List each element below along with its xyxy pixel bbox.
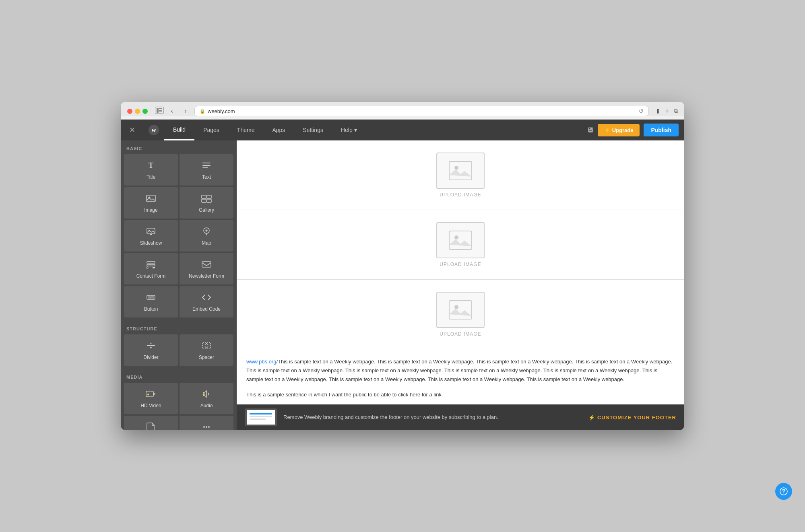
tab-settings[interactable]: Settings — [294, 120, 332, 140]
content-wrapper: UPLOAD IMAGE UPLOAD IMAGE — [237, 140, 684, 430]
svg-text:⚡: ⚡ — [147, 393, 150, 396]
footer-message: Remove Weebly branding and customize the… — [283, 413, 582, 421]
svg-rect-0 — [157, 108, 159, 113]
sidebar-item-contact-form[interactable]: Contact Form — [124, 253, 178, 285]
sidebar-section-media: MEDIA — [121, 369, 237, 383]
windows-icon[interactable]: ⧉ — [674, 107, 678, 115]
svg-rect-22 — [147, 262, 155, 263]
svg-point-40 — [454, 235, 458, 239]
svg-text:T: T — [149, 161, 153, 169]
pbs-link[interactable]: www.pbs.org — [246, 359, 276, 365]
upload-label-1: UPLOAD IMAGE — [440, 192, 481, 198]
svg-rect-23 — [147, 264, 155, 266]
sidebar-item-audio[interactable]: ⚡ Audio — [180, 383, 233, 414]
sidebar-item-more[interactable]: More — [180, 416, 233, 430]
browser-controls: ‹ › — [155, 107, 191, 115]
sidebar-item-button[interactable]: Button — [124, 286, 178, 318]
svg-rect-24 — [153, 267, 155, 268]
svg-point-42 — [454, 305, 458, 309]
browser-titlebar: ‹ › 🔒 weebly.com ↺ ⬆ + ⧉ — [127, 106, 678, 116]
sidebar-item-label: Embed Code — [192, 306, 221, 312]
sidebar-item-hd-video[interactable]: ⚡ HD Video — [124, 383, 178, 414]
svg-point-36 — [208, 426, 210, 428]
sidebar-item-label: Spacer — [199, 355, 214, 360]
svg-rect-45 — [250, 419, 266, 420]
tab-pages[interactable]: Pages — [194, 120, 228, 140]
sidebar-item-title[interactable]: T Title — [124, 154, 178, 186]
close-button[interactable] — [127, 109, 132, 114]
image-placeholder-1 — [436, 153, 485, 189]
sidebar-toggle-icon[interactable] — [155, 107, 164, 114]
svg-rect-13 — [207, 195, 211, 198]
sidebar-item-map[interactable]: Map — [180, 220, 233, 252]
tab-help[interactable]: Help ▾ — [332, 120, 366, 140]
svg-rect-12 — [202, 195, 206, 198]
upload-image-2[interactable]: UPLOAD IMAGE — [237, 210, 684, 280]
sidebar-item-label: Newsletter Form — [189, 273, 224, 279]
publish-button[interactable]: Publish — [644, 124, 679, 136]
sidebar-section-structure: STRUCTURE — [121, 321, 237, 334]
svg-point-20 — [206, 230, 208, 232]
svg-text:w: w — [151, 126, 156, 133]
media-grid: ⚡ HD Video ⚡ Audio — [121, 383, 237, 430]
tab-build[interactable]: Build — [164, 120, 194, 140]
sidebar-item-label: Image — [144, 207, 157, 213]
image-placeholder-3 — [436, 292, 485, 328]
forward-button[interactable]: › — [180, 107, 191, 115]
svg-point-38 — [454, 166, 458, 170]
sidebar-item-label: Text — [202, 174, 211, 180]
sidebar-item-label: Slideshow — [140, 240, 162, 246]
page-text-content: www.pbs.org/This is sample text on a Wee… — [237, 349, 684, 404]
structure-grid: Divider Spacer — [121, 334, 237, 369]
address-bar[interactable]: 🔒 weebly.com ↺ — [194, 106, 649, 116]
svg-rect-39 — [449, 231, 472, 250]
basic-grid: T Title Text — [121, 154, 237, 321]
svg-rect-7 — [202, 163, 211, 163]
svg-point-34 — [203, 426, 205, 428]
footer-preview-inner — [247, 410, 275, 425]
footer-preview-image — [245, 408, 277, 426]
sidebar-item-image[interactable]: Image — [124, 187, 178, 219]
back-button[interactable]: ‹ — [166, 107, 178, 115]
main-layout: BASIC T Title Text — [121, 140, 684, 430]
minimize-button[interactable] — [135, 109, 140, 114]
svg-rect-43 — [250, 413, 272, 414]
device-preview-icon[interactable]: 🖥 — [586, 126, 594, 134]
svg-rect-37 — [449, 161, 472, 180]
tab-theme[interactable]: Theme — [228, 120, 264, 140]
sidebar-item-gallery[interactable]: Gallery — [180, 187, 233, 219]
svg-rect-16 — [147, 228, 155, 234]
sidebar-item-divider[interactable]: Divider — [124, 334, 178, 366]
svg-rect-28 — [148, 296, 154, 299]
svg-rect-10 — [147, 195, 155, 202]
maximize-button[interactable] — [142, 109, 148, 114]
sidebar-item-label: Contact Form — [136, 273, 166, 279]
reload-icon[interactable]: ↺ — [639, 108, 644, 114]
svg-point-35 — [206, 426, 207, 428]
tab-apps[interactable]: Apps — [263, 120, 294, 140]
sidebar-item-file[interactable]: File — [124, 416, 178, 430]
sidebar-item-embed-code[interactable]: Embed Code — [180, 286, 233, 318]
sidebar-item-newsletter-form[interactable]: Newsletter Form — [180, 253, 233, 285]
svg-rect-8 — [202, 165, 211, 166]
url-text: weebly.com — [208, 108, 235, 114]
browser-actions: ⬆ + ⧉ — [655, 107, 678, 115]
svg-text:⚡: ⚡ — [202, 393, 206, 396]
svg-rect-41 — [449, 301, 472, 319]
svg-rect-44 — [250, 416, 272, 417]
sidebar-item-slideshow[interactable]: Slideshow — [124, 220, 178, 252]
close-icon[interactable]: ✕ — [121, 120, 143, 140]
sidebar-item-label: Gallery — [199, 207, 214, 213]
upgrade-button[interactable]: ⚡ Upgrade — [598, 124, 640, 136]
sidebar-item-label: Button — [144, 306, 158, 312]
upload-image-1[interactable]: UPLOAD IMAGE — [237, 140, 684, 210]
sidebar-item-label: Map — [202, 240, 211, 246]
upload-image-3[interactable]: UPLOAD IMAGE — [237, 280, 684, 349]
weebly-logo: w — [143, 120, 164, 140]
sidebar: BASIC T Title Text — [121, 140, 237, 430]
new-tab-icon[interactable]: + — [665, 107, 669, 115]
customize-footer-button[interactable]: ⚡ CUSTOMIZE YOUR FOOTER — [588, 414, 676, 421]
sidebar-item-spacer[interactable]: Spacer — [180, 334, 233, 366]
sidebar-item-text[interactable]: Text — [180, 154, 233, 186]
share-icon[interactable]: ⬆ — [655, 107, 661, 115]
